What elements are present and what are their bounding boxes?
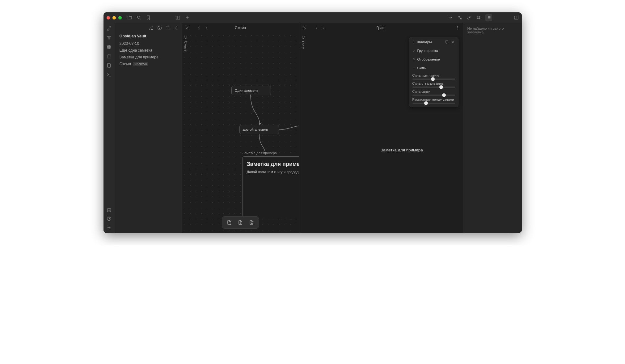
- command-palette-icon[interactable]: [107, 72, 112, 77]
- chevron-right-icon: [412, 58, 416, 61]
- branch-icon: [184, 36, 188, 40]
- right-sidebar-toggle-icon[interactable]: [514, 15, 519, 20]
- left-ribbon: [103, 23, 115, 233]
- graph-node-label: Заметка для примера: [381, 148, 423, 152]
- svg-rect-12: [107, 47, 109, 49]
- nav-forward-icon[interactable]: [204, 26, 209, 30]
- graph-viewport[interactable]: Граф Заметка для примера Фильтры: [299, 33, 463, 233]
- titlebar: [103, 12, 522, 23]
- graph-pane: Граф Граф Заметка для примера: [299, 23, 463, 233]
- canvas-pane: Схема Схема Один элемент другой э: [182, 23, 299, 233]
- traffic-lights: [107, 16, 122, 19]
- nav-forward-icon[interactable]: [322, 26, 326, 30]
- add-card-button[interactable]: [225, 218, 233, 226]
- close-window[interactable]: [107, 16, 110, 19]
- add-note-button[interactable]: [236, 218, 244, 226]
- pane-title: Граф: [376, 26, 385, 30]
- file-item[interactable]: Заметка для примера: [115, 54, 182, 61]
- svg-point-22: [186, 36, 187, 37]
- backlinks-icon[interactable]: [458, 15, 462, 20]
- slider-track[interactable]: [412, 103, 455, 104]
- svg-rect-14: [107, 55, 111, 58]
- svg-point-9: [109, 39, 110, 40]
- bookmark-icon[interactable]: [146, 15, 151, 20]
- section-forces[interactable]: Силы: [409, 64, 458, 72]
- note-body: Давай напишем книгу и продадим её!: [247, 170, 299, 174]
- tags-icon[interactable]: [476, 15, 481, 20]
- new-note-icon[interactable]: [149, 26, 154, 30]
- outline-icon[interactable]: [485, 14, 492, 21]
- minimize-window[interactable]: [112, 16, 116, 19]
- slider-link-distance: Расстояние между узлами: [412, 98, 455, 104]
- add-media-button[interactable]: [247, 218, 255, 226]
- slider-thumb[interactable]: [431, 77, 435, 81]
- section-filters[interactable]: Фильтры: [409, 37, 458, 46]
- new-folder-icon[interactable]: [157, 26, 162, 30]
- slider-center-force: Сила притяжения: [412, 74, 455, 80]
- more-icon[interactable]: [455, 26, 460, 30]
- vault-icon[interactable]: [127, 15, 132, 20]
- slider-track[interactable]: [412, 87, 455, 88]
- section-display[interactable]: Отображение: [409, 55, 458, 64]
- nav-back-icon[interactable]: [314, 26, 319, 30]
- outgoing-links-icon[interactable]: [467, 15, 472, 20]
- canvas-card[interactable]: другой элемент: [239, 125, 279, 134]
- section-groups[interactable]: Группировка: [409, 46, 458, 55]
- pane-title: Схема: [235, 26, 246, 30]
- slider-link-force: Сила связи: [412, 90, 455, 96]
- canvas-badge: CANVAS: [133, 62, 148, 66]
- settings-icon[interactable]: [107, 225, 112, 230]
- search-icon[interactable]: [137, 15, 141, 20]
- svg-point-21: [184, 36, 185, 37]
- slider-repel-force: Сила отталкивания: [412, 82, 455, 88]
- daily-note-icon[interactable]: [107, 54, 112, 59]
- chevron-down-icon: [412, 66, 416, 70]
- canvas-card[interactable]: Один элемент: [231, 86, 271, 95]
- chevron-down-icon[interactable]: [448, 15, 453, 20]
- vault-switch-icon[interactable]: [107, 208, 112, 213]
- note-title: Заметка для примера: [247, 161, 299, 167]
- reset-icon[interactable]: [445, 40, 449, 44]
- note-label: Заметка для примера: [243, 151, 277, 155]
- templates-icon[interactable]: [107, 63, 112, 68]
- svg-point-0: [137, 16, 140, 19]
- close-icon[interactable]: [185, 26, 189, 30]
- sort-icon[interactable]: [166, 26, 170, 30]
- canvas-tab[interactable]: Схема: [184, 36, 188, 51]
- quickswitch-icon[interactable]: [107, 26, 112, 31]
- file-explorer: Obsidian Vault 2023-07-10 Ещё одна замет…: [115, 23, 182, 233]
- svg-point-25: [457, 26, 458, 27]
- canvas-icon[interactable]: [107, 44, 112, 49]
- graph-settings-panel: Фильтры Группировка Отобра: [409, 37, 458, 107]
- chevron-right-icon: [412, 49, 416, 52]
- maximize-window[interactable]: [118, 16, 122, 19]
- nav-back-icon[interactable]: [197, 26, 201, 30]
- canvas-note-card[interactable]: Заметка для примера Заметка для примера …: [242, 156, 299, 218]
- svg-point-20: [108, 227, 110, 228]
- app-window: Obsidian Vault 2023-07-10 Ещё одна замет…: [103, 12, 522, 233]
- slider-thumb[interactable]: [424, 101, 428, 105]
- file-item[interactable]: 2023-07-10: [115, 40, 182, 47]
- svg-rect-13: [109, 47, 111, 49]
- slider-track[interactable]: [412, 78, 455, 80]
- svg-rect-17: [108, 209, 111, 212]
- vault-title: Obsidian Vault: [115, 33, 182, 40]
- svg-point-18: [109, 210, 110, 211]
- slider-thumb[interactable]: [439, 85, 443, 89]
- chevron-right-icon: [412, 40, 416, 44]
- collapse-icon[interactable]: [174, 26, 179, 30]
- file-item[interactable]: СхемаCANVAS: [115, 61, 182, 67]
- canvas-viewport[interactable]: Схема Один элемент другой элемент: [182, 33, 299, 233]
- slider-track[interactable]: [412, 95, 455, 96]
- close-icon[interactable]: [451, 40, 455, 44]
- sidebar-toggle-icon[interactable]: [175, 15, 180, 20]
- outline-empty-text: Не найдено ни одного заголовка.: [467, 27, 517, 34]
- slider-thumb[interactable]: [442, 93, 446, 97]
- help-icon[interactable]: [107, 216, 112, 221]
- file-item[interactable]: Ещё одна заметка: [115, 47, 182, 54]
- graph-view-icon[interactable]: [107, 35, 112, 40]
- svg-rect-6: [514, 16, 518, 19]
- close-icon[interactable]: [302, 26, 307, 30]
- svg-rect-11: [109, 45, 111, 47]
- new-tab-icon[interactable]: [185, 15, 190, 20]
